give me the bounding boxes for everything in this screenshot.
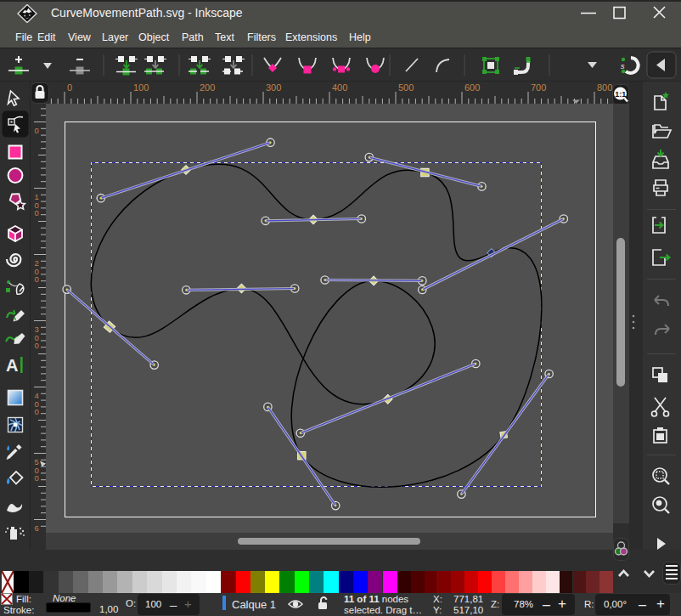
svg-text:0: 0 bbox=[35, 407, 39, 416]
svg-text:600: 600 bbox=[464, 82, 480, 93]
svg-text:700: 700 bbox=[531, 82, 546, 93]
svg-text:800: 800 bbox=[597, 82, 612, 93]
svg-text:0: 0 bbox=[35, 532, 39, 534]
svg-text:0: 0 bbox=[35, 341, 39, 350]
svg-text:0: 0 bbox=[67, 82, 72, 93]
svg-text:500: 500 bbox=[398, 82, 414, 93]
svg-text:1:1: 1:1 bbox=[615, 90, 626, 99]
svg-text:0: 0 bbox=[35, 473, 39, 483]
svg-text:200: 200 bbox=[200, 82, 215, 93]
svg-text:300: 300 bbox=[266, 82, 281, 93]
svg-text:0: 0 bbox=[35, 126, 39, 135]
svg-text:0: 0 bbox=[35, 208, 39, 218]
svg-text:100: 100 bbox=[133, 82, 149, 93]
svg-text:s: s bbox=[621, 62, 625, 71]
svg-text:400: 400 bbox=[332, 82, 347, 93]
svg-text:A: A bbox=[6, 356, 18, 375]
svg-text:0: 0 bbox=[35, 274, 39, 284]
